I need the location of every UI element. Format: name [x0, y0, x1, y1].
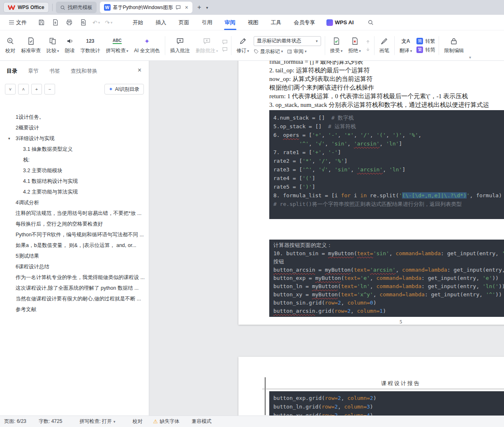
toc-item[interactable]: 3.1 抽象数据类型定义 [0, 144, 149, 155]
toc-item[interactable]: 当然在做课程设计要有很大的耐心,做的过程就是不断 ... [0, 293, 149, 304]
restrict-edit-button[interactable]: 限制编辑 [441, 33, 467, 58]
undo-button[interactable]: ↶▾ [92, 19, 100, 26]
document-canvas[interactable]: final_formula = [] # 最终的算式列表2. tail_op: … [149, 61, 504, 415]
previous-change-icon[interactable] [365, 39, 371, 44]
standard-review-button[interactable]: 标准审查 [18, 33, 44, 58]
close-sidebar-icon[interactable]: × [138, 67, 141, 74]
collapse-triangle-icon[interactable]: ▾ [8, 136, 10, 141]
menu-page[interactable]: 页面 [173, 15, 196, 30]
missing-font-warning[interactable]: ⚠ 缺失字体 [153, 418, 180, 425]
collapse-ribbon-icon[interactable]: ▾ [469, 55, 471, 60]
toc-item[interactable]: Python不同于R软件，编号规则和循环语句写法都不同 ... [0, 229, 149, 240]
next-comment-icon[interactable] [222, 47, 228, 52]
insert-comment-label: 插入批注 [170, 47, 190, 54]
document-page-6[interactable]: 课程设计报告 button_exp.grid(row=2, column=2)b… [238, 357, 504, 415]
tab-document[interactable]: W 基于Python的Windows图形 × [100, 2, 192, 13]
ai-polish-label: AI 全文润色 [134, 47, 160, 54]
delete-comment-button[interactable]: 删除批注▾ [193, 33, 221, 58]
word-count-indicator[interactable]: 字数: 4725 [39, 418, 62, 425]
sidebar-tab-chapters[interactable]: 章节 [28, 67, 39, 75]
delete-comment-label: 删除批注 [196, 47, 215, 54]
dropdown-arrow-icon[interactable]: ▾ [98, 21, 100, 25]
toc-item[interactable]: 6课程设计总结 [0, 261, 149, 272]
menu-member[interactable]: 会员专享 [288, 15, 321, 30]
print-preview-button[interactable] [79, 18, 88, 27]
markup-tag-icon [254, 49, 259, 54]
toc-item[interactable]: 栈: [0, 155, 149, 165]
review-pane-button[interactable]: 审阅 ▾ [287, 48, 307, 55]
sidebar-tab-bookmarks[interactable]: 书签 [49, 67, 60, 75]
toc-item[interactable]: 每段换行后，空行之间的空格要检查好 [0, 219, 149, 229]
save-button[interactable] [37, 18, 46, 27]
compare-button[interactable]: 比较▾ [44, 33, 62, 58]
redo-button[interactable]: ↷▾ [105, 19, 112, 26]
insert-comment-button[interactable]: 插入批注 [167, 33, 193, 58]
toc-expand-button[interactable]: ˅ [5, 84, 16, 95]
menu-home[interactable]: 开始 [127, 15, 150, 30]
compatibility-mode-indicator[interactable]: 兼容模式 [192, 418, 211, 425]
comment-count-icon[interactable] [176, 5, 181, 10]
menu-reference[interactable]: 引用 [196, 15, 219, 30]
spell-check-status[interactable]: 拼写检查: 打开 ▾ [79, 418, 115, 425]
toc-item[interactable]: 作为一名计算机专业的学生，我觉得能做类似的课程设 ... [0, 272, 149, 283]
menu-wps-ai[interactable]: WPS AI [321, 19, 359, 26]
markup-state-select[interactable]: 显示标记的最终状态 ▾ [254, 36, 321, 46]
export-pdf-button[interactable] [51, 18, 60, 27]
print-button[interactable] [65, 18, 74, 27]
tab-document-label: 基于Python的Windows图形 [113, 4, 173, 11]
toc-item[interactable]: 3.2 主要功能模块 [0, 165, 149, 176]
track-changes-button[interactable]: 修订▾ [234, 33, 252, 58]
toc-item[interactable]: ▾3详细设计与实现 [0, 133, 149, 144]
document-page-5[interactable]: final_formula = [] # 最终的算式列表2. tail_op: … [238, 61, 504, 325]
tab-list-chevron-icon[interactable]: ▾ [206, 5, 208, 10]
toc-item[interactable]: 2概要设计 [0, 122, 149, 133]
wps-home-button[interactable]: WPS Office [3, 2, 49, 13]
toc-item[interactable]: 参考文献 [0, 304, 149, 315]
toc-collapse-button[interactable]: ˄ [18, 84, 29, 95]
close-tab-icon[interactable]: × [185, 4, 188, 11]
ai-polish-button[interactable]: ✦ AI 全文润色 [131, 33, 163, 58]
file-menu-button[interactable]: 文件 [5, 19, 31, 26]
next-change-icon[interactable] [365, 47, 371, 52]
ribbon-separator [439, 36, 439, 55]
to-traditional-button[interactable]: 简 转繁 [416, 38, 435, 45]
menu-insert[interactable]: 插入 [150, 15, 173, 30]
brush-label: 画笔 [379, 47, 389, 54]
read-aloud-button[interactable]: 朗读 [62, 33, 78, 58]
tab-template-store[interactable]: 找稻壳模板 [56, 2, 97, 13]
dropdown-arrow-icon[interactable]: ▾ [111, 21, 113, 25]
toc-zoom-in-button[interactable]: + [31, 84, 42, 95]
toc-item[interactable]: 4.2 主要功能与算法实现 [0, 187, 149, 197]
to-simplified-button[interactable]: 繁 转简 [416, 46, 435, 53]
toc-item[interactable]: 5测试结果 [0, 251, 149, 261]
new-tab-button[interactable]: + [196, 4, 203, 11]
proofread-status[interactable]: 校对 [133, 418, 143, 425]
reject-button[interactable]: 拒绝▾ [345, 33, 364, 58]
toc-item[interactable]: 4调试分析 [0, 197, 149, 208]
toc-item-label: 4.2 主要功能与算法实现 [23, 189, 78, 196]
show-markup-button[interactable]: 显示标记 ▾ [254, 48, 283, 55]
toc-item[interactable]: 注释的写法规范，当使用括号时容易出错，不要把*放 ... [0, 208, 149, 219]
accept-button[interactable]: 接受▾ [327, 33, 346, 58]
toc-item[interactable]: 这次课程设计,除了全面系统的理解了 python 数据结 ... [0, 283, 149, 293]
search-button[interactable] [368, 19, 374, 25]
translate-button[interactable]: 文A 翻译▾ [397, 33, 415, 58]
toc-zoom-out-button[interactable]: − [44, 84, 55, 95]
ai-recognize-toc-button[interactable]: ✦ AI识别目录 [104, 84, 144, 95]
toc-item[interactable]: 4.1 数据结构设计与实现 [0, 176, 149, 187]
word-count-button[interactable]: 123 字数统计 [78, 33, 103, 58]
spell-check-button[interactable]: ABC 拼写检查▾ [103, 33, 132, 58]
sidebar-tab-find-replace[interactable]: 查找和替换 [71, 67, 97, 75]
previous-comment-icon[interactable] [222, 39, 228, 44]
sidebar-tab-contents[interactable]: 目录 [7, 67, 17, 75]
page-indicator[interactable]: 页面: 6/23 [4, 418, 26, 425]
toc-item[interactable]: 如果a，b是数值变量， 则&，|表示位运算， and, or... [0, 240, 149, 251]
text-line: '^', '√', 'sin', 'arcsin', 'ln'] [273, 139, 504, 148]
menu-tools[interactable]: 工具 [265, 15, 288, 30]
brush-button[interactable]: 画笔 [377, 33, 392, 58]
text-line: now_op: 从算式列表取出的当前运算符 [269, 75, 504, 83]
proofread-button[interactable]: A 校对 [2, 33, 18, 58]
menu-view[interactable]: 视图 [242, 15, 265, 30]
menu-review[interactable]: 审阅 [219, 15, 242, 30]
toc-item[interactable]: 1设计任务。 [0, 112, 149, 122]
